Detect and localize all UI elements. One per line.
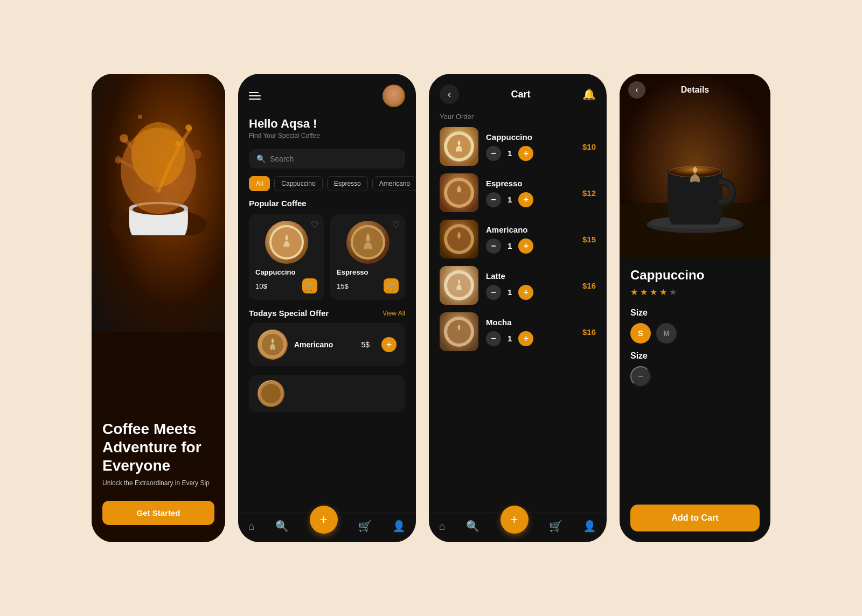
mocha-plus-btn[interactable]: + bbox=[518, 331, 533, 346]
espresso-price: $12 bbox=[582, 188, 596, 198]
coffee-card-cappuccino[interactable]: ♡ Cappuccino 10$ 🛒 bbox=[249, 214, 324, 300]
popular-grid: ♡ Cappuccino 10$ 🛒 ♡ bbox=[238, 214, 416, 300]
cappuccino-minus-btn[interactable]: − bbox=[486, 146, 501, 161]
screen-cart: ‹ Cart 🔔 Your Order Cappuccino bbox=[429, 74, 607, 542]
filter-tab-cappuccino[interactable]: Cappuccino bbox=[274, 176, 322, 191]
nav-home-icon[interactable]: ⌂ bbox=[248, 520, 255, 533]
menu-line-1 bbox=[249, 92, 259, 93]
espresso-qty-controls: − 1 + bbox=[486, 192, 575, 207]
svg-point-19 bbox=[261, 384, 281, 403]
special-item-2[interactable] bbox=[249, 375, 405, 412]
bottom-nav-cart: ⌂ 🔍 + 🛒 👤 bbox=[429, 513, 607, 542]
add-to-cart-cappuccino[interactable]: 🛒 bbox=[302, 278, 317, 293]
screen-home: Hello Aqsa ! Find Your Special Coffee 🔍 … bbox=[238, 74, 416, 542]
size-options-1: S M bbox=[630, 323, 760, 344]
svg-point-29 bbox=[447, 320, 471, 344]
filter-tab-americano[interactable]: Americano bbox=[372, 176, 416, 191]
cart-title: Cart bbox=[511, 89, 530, 100]
coffee-card-espresso[interactable]: ♡ Espresso 15$ 🛒 bbox=[330, 214, 405, 300]
cart-americano-image bbox=[440, 220, 478, 258]
heart-icon-espresso[interactable]: ♡ bbox=[392, 220, 400, 230]
product-rating: ★ ★ ★ ★ ★ bbox=[630, 287, 760, 297]
size-decrement-section: − bbox=[630, 366, 760, 387]
detail-back-button[interactable]: ‹ bbox=[628, 81, 645, 99]
cart-item-mocha: Mocha − 1 + $16 bbox=[440, 312, 596, 351]
detail-header: ‹ Details bbox=[620, 81, 770, 99]
cart-item-latte: Latte − 1 + $16 bbox=[440, 266, 596, 305]
size-s-button[interactable]: S bbox=[630, 323, 651, 344]
cart-fab-plus[interactable]: + bbox=[500, 506, 529, 534]
view-all-link[interactable]: View All bbox=[383, 310, 405, 317]
nav-search-icon[interactable]: 🔍 bbox=[275, 520, 289, 533]
cart-nav-search-icon[interactable]: 🔍 bbox=[466, 520, 479, 533]
filter-tab-espresso[interactable]: Espresso bbox=[327, 176, 368, 191]
mocha-minus-btn[interactable]: − bbox=[486, 331, 501, 346]
avatar[interactable] bbox=[383, 85, 405, 107]
filter-tabs: All Cappuccino Espresso Americano bbox=[238, 176, 416, 191]
back-button[interactable]: ‹ bbox=[440, 85, 459, 104]
your-order-label: Your Order bbox=[429, 113, 607, 121]
add-to-cart-espresso[interactable]: 🛒 bbox=[384, 278, 399, 293]
nav-cart-icon[interactable]: 🛒 bbox=[358, 520, 372, 533]
espresso-price-row: 15$ 🛒 bbox=[337, 278, 399, 293]
greeting-subtitle: Find Your Special Coffee bbox=[249, 132, 405, 139]
phone-welcome: Coffee Meets Adventure for Everyone Unlo… bbox=[92, 74, 225, 542]
heart-icon-cappuccino[interactable]: ♡ bbox=[311, 220, 318, 230]
cart-nav-profile-icon[interactable]: 👤 bbox=[583, 520, 596, 533]
latte-price: $16 bbox=[582, 281, 596, 290]
cart-item-americano: Americano − 1 + $15 bbox=[440, 220, 596, 258]
search-bar[interactable]: 🔍 Search bbox=[249, 149, 405, 169]
filter-tab-all[interactable]: All bbox=[249, 176, 270, 191]
cart-americano-info: Americano − 1 + bbox=[486, 225, 575, 254]
nav-plus-button[interactable]: + bbox=[310, 506, 338, 534]
menu-line-2 bbox=[249, 95, 261, 96]
add-to-cart-button[interactable]: Add to Cart bbox=[630, 505, 760, 531]
espresso-minus-btn[interactable]: − bbox=[486, 192, 501, 207]
size-label-2: Size bbox=[630, 351, 760, 361]
mocha-price: $16 bbox=[582, 327, 596, 337]
size-decrement-button[interactable]: − bbox=[630, 366, 651, 387]
espresso-plus-btn[interactable]: + bbox=[518, 192, 533, 207]
cart-americano-name: Americano bbox=[486, 225, 575, 234]
menu-line-3 bbox=[249, 99, 261, 100]
svg-point-8 bbox=[138, 115, 142, 119]
special-item-2-image bbox=[258, 380, 284, 407]
americano-plus-btn[interactable]: + bbox=[518, 239, 533, 254]
size-label-1: Size bbox=[630, 308, 760, 318]
cart-espresso-name: Espresso bbox=[486, 179, 575, 188]
welcome-subtitle: Unlock the Extraordinary in Every Sip bbox=[102, 479, 214, 488]
mocha-qty: 1 bbox=[508, 334, 512, 343]
latte-plus-btn[interactable]: + bbox=[518, 285, 533, 300]
svg-point-23 bbox=[447, 181, 471, 205]
get-started-button[interactable]: Get Started bbox=[102, 501, 214, 525]
special-offer-title: Todays Special Offer bbox=[249, 309, 329, 318]
cart-nav-home-icon[interactable]: ⌂ bbox=[439, 520, 446, 533]
phone-details: ‹ Details Cappuccino ★ ★ ★ ★ ★ Size S M bbox=[620, 74, 770, 542]
bell-icon[interactable]: 🔔 bbox=[582, 88, 596, 101]
star-4: ★ bbox=[659, 287, 667, 297]
espresso-name: Espresso bbox=[337, 268, 399, 276]
special-item-americano[interactable]: Americano 5$ + bbox=[249, 323, 405, 366]
latte-qty-controls: − 1 + bbox=[486, 285, 575, 300]
cart-header: ‹ Cart 🔔 bbox=[429, 74, 607, 113]
cappuccino-plus-btn[interactable]: + bbox=[518, 146, 533, 161]
detail-product-content: Cappuccino ★ ★ ★ ★ ★ Size S M Size − bbox=[620, 257, 770, 542]
svg-point-11 bbox=[192, 150, 201, 159]
size-m-button[interactable]: M bbox=[656, 323, 677, 344]
cart-mocha-name: Mocha bbox=[486, 318, 575, 327]
special-offer-header: Todays Special Offer View All bbox=[238, 309, 416, 318]
latte-minus-btn[interactable]: − bbox=[486, 285, 501, 300]
detail-title: Details bbox=[681, 85, 709, 95]
search-placeholder: Search bbox=[270, 155, 294, 163]
nav-profile-icon[interactable]: 👤 bbox=[392, 520, 406, 533]
add-americano-button[interactable]: + bbox=[381, 337, 397, 352]
cart-cappuccino-name: Cappuccino bbox=[486, 132, 575, 142]
cart-cappuccino-info: Cappuccino − 1 + bbox=[486, 132, 575, 161]
cart-nav-cart-icon[interactable]: 🛒 bbox=[549, 520, 562, 533]
americano-minus-btn[interactable]: − bbox=[486, 239, 501, 254]
avatar-image bbox=[384, 86, 404, 106]
welcome-content: Coffee Meets Adventure for Everyone Unlo… bbox=[92, 409, 225, 501]
menu-icon[interactable] bbox=[249, 92, 261, 100]
cart-latte-image bbox=[440, 266, 478, 305]
phone-home: Hello Aqsa ! Find Your Special Coffee 🔍 … bbox=[238, 74, 416, 542]
